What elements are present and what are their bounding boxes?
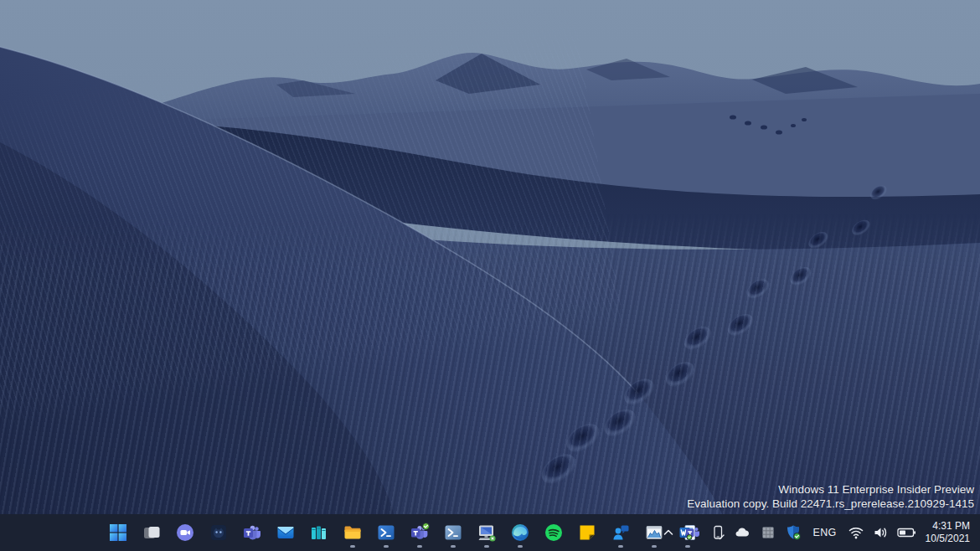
person-speech-bubble-icon bbox=[611, 523, 631, 543]
running-indicator bbox=[652, 545, 657, 548]
running-indicator bbox=[518, 545, 523, 548]
teams-button[interactable] bbox=[235, 516, 269, 549]
powershell-light-icon bbox=[443, 523, 463, 543]
onedrive-cloud-icon bbox=[734, 523, 752, 542]
powershell-button[interactable] bbox=[369, 516, 403, 549]
github-desktop-button[interactable] bbox=[202, 516, 235, 549]
teams-icon bbox=[242, 523, 262, 543]
books-stack-icon bbox=[309, 523, 329, 543]
octocat-dark-icon bbox=[209, 523, 229, 543]
windows-logo-icon bbox=[108, 523, 128, 543]
clock-date: 10/5/2021 bbox=[926, 533, 970, 545]
taskbar: ENG bbox=[0, 514, 980, 551]
teams-checked-button[interactable] bbox=[403, 516, 436, 549]
show-hidden-icons-button[interactable] bbox=[658, 518, 679, 548]
task-view-icon bbox=[142, 523, 162, 543]
running-indicator bbox=[451, 545, 456, 548]
library-stack-button[interactable] bbox=[302, 516, 336, 549]
running-indicator bbox=[417, 545, 422, 548]
folder-icon bbox=[343, 523, 363, 543]
chat-button[interactable] bbox=[168, 516, 202, 549]
network-button[interactable] bbox=[844, 518, 868, 548]
clock-time: 4:31 PM bbox=[926, 520, 970, 533]
running-indicator bbox=[384, 545, 389, 548]
spotify-button[interactable] bbox=[537, 516, 570, 549]
clock[interactable]: 4:31 PM 10/5/2021 bbox=[921, 520, 977, 545]
security-shield-icon bbox=[784, 523, 802, 542]
teams-checkmark-icon bbox=[409, 522, 431, 543]
file-explorer-button[interactable] bbox=[336, 516, 369, 549]
powershell-alt-button[interactable] bbox=[436, 516, 470, 549]
battery-button[interactable] bbox=[893, 518, 920, 548]
wallpaper-dunes bbox=[0, 0, 980, 514]
teams-status-icon bbox=[683, 523, 702, 542]
mail-button[interactable] bbox=[269, 516, 302, 549]
running-indicator bbox=[350, 545, 355, 548]
edge-button[interactable] bbox=[503, 516, 537, 549]
evaluation-watermark: Windows 11 Enterprise Insider Preview Ev… bbox=[687, 482, 974, 511]
speaker-icon bbox=[872, 524, 889, 541]
tray-teams-button[interactable] bbox=[680, 518, 705, 548]
spotify-icon bbox=[544, 523, 564, 543]
battery-icon bbox=[896, 524, 916, 541]
watermark-line2: Evaluation copy. Build 22471.rs_prerelea… bbox=[687, 497, 974, 511]
system-tray: ENG bbox=[658, 514, 977, 551]
running-indicator bbox=[484, 545, 489, 548]
person-chat-button[interactable] bbox=[604, 516, 637, 549]
sticky-notes-button[interactable] bbox=[570, 516, 604, 549]
edge-browser-icon bbox=[510, 523, 530, 543]
computer-monitor-icon bbox=[476, 522, 498, 543]
sticky-note-icon bbox=[577, 523, 597, 543]
task-view-button[interactable] bbox=[135, 516, 168, 549]
computer-button[interactable] bbox=[470, 516, 503, 549]
tray-phone-link-button[interactable] bbox=[706, 518, 730, 548]
wifi-icon bbox=[848, 524, 864, 541]
desktop: Windows 11 Enterprise Insider Preview Ev… bbox=[0, 0, 980, 551]
start-button[interactable] bbox=[101, 516, 135, 549]
taskbar-center-icons bbox=[101, 516, 704, 549]
phone-icon bbox=[709, 524, 726, 541]
powershell-icon bbox=[376, 523, 396, 543]
mail-envelope-icon bbox=[276, 523, 296, 543]
video-chat-icon bbox=[175, 523, 195, 543]
tray-onedrive-button[interactable] bbox=[730, 518, 756, 548]
grid-square-icon bbox=[760, 524, 776, 541]
volume-button[interactable] bbox=[869, 518, 892, 548]
running-indicator bbox=[618, 545, 623, 548]
chevron-up-icon bbox=[661, 525, 676, 540]
tray-input-grid-button[interactable] bbox=[756, 518, 780, 548]
language-indicator[interactable]: ENG bbox=[807, 518, 843, 548]
tray-windows-security-button[interactable] bbox=[781, 518, 806, 548]
watermark-line1: Windows 11 Enterprise Insider Preview bbox=[687, 482, 974, 497]
